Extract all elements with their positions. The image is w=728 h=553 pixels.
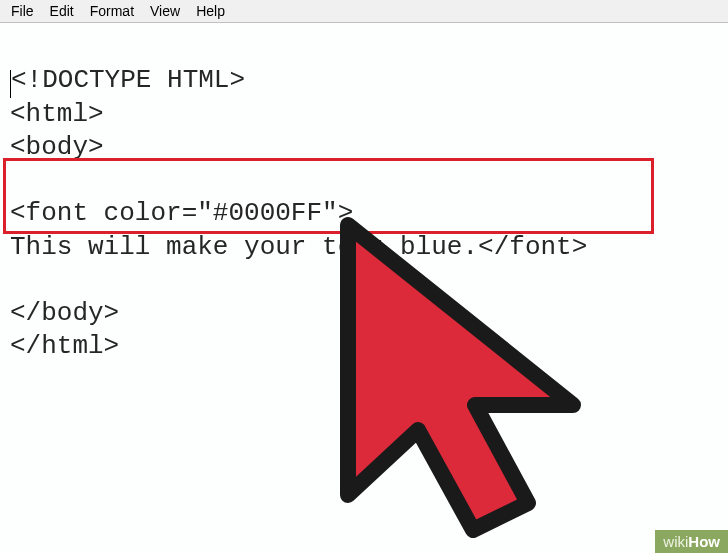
watermark-suffix: How <box>688 533 720 550</box>
menu-file[interactable]: File <box>4 2 41 20</box>
code-line: </body> <box>10 298 119 328</box>
code-line: <html> <box>10 99 104 129</box>
menu-view[interactable]: View <box>143 2 187 20</box>
watermark: wikiHow <box>655 530 728 553</box>
menu-edit[interactable]: Edit <box>43 2 81 20</box>
code-line: <!DOCTYPE HTML> <box>11 65 245 95</box>
menubar: File Edit Format View Help <box>0 0 728 23</box>
watermark-prefix: wiki <box>663 533 688 550</box>
code-line: <font color="#0000FF"> <box>10 198 353 228</box>
code-line: </html> <box>10 331 119 361</box>
code-line: This will make your text blue.</font> <box>10 232 587 262</box>
text-caret <box>10 70 11 99</box>
text-editor-area[interactable]: <!DOCTYPE HTML> <html> <body> <font colo… <box>0 23 728 372</box>
menu-help[interactable]: Help <box>189 2 232 20</box>
code-line: <body> <box>10 132 104 162</box>
menu-format[interactable]: Format <box>83 2 141 20</box>
